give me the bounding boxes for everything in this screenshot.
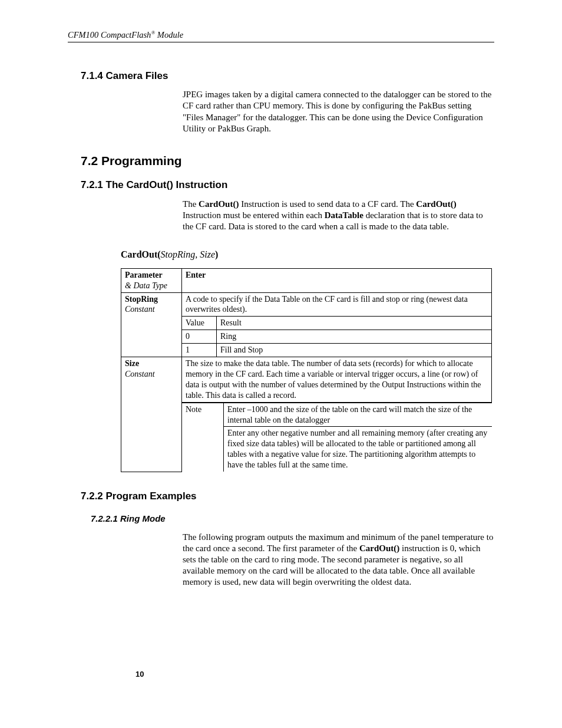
th-value: Value [182, 317, 217, 330]
syntax-args: StopRing, Size [161, 249, 215, 259]
text: Instruction is used to send data to a CF… [239, 199, 416, 209]
label: & Data Type [125, 281, 167, 290]
note1-text: Enter –1000 and the size of the table on… [224, 403, 492, 426]
page-number: 10 [135, 670, 144, 680]
th-result: Result [217, 317, 492, 330]
cell-size-desc: The size to make the data table. The num… [182, 357, 492, 403]
cardout-bold: CardOut() [199, 199, 239, 209]
parameter-table: Parameter & Data Type Enter StopRing Con… [121, 268, 492, 472]
cell-stopring-name: StopRing Constant [121, 292, 182, 357]
note-spacer [182, 427, 224, 472]
cardout-bold: CardOut() [359, 543, 399, 553]
para-7-2-1: The CardOut() Instruction is used to sen… [183, 199, 494, 233]
cell-result-ring: Ring [217, 330, 492, 344]
label: StopRing [125, 295, 158, 304]
cell-value-1: 1 [182, 344, 217, 357]
note2-text: Enter any other negative number and all … [224, 427, 492, 472]
heading-7-2-1: 7.2.1 The CardOut() Instruction [81, 179, 494, 192]
cell-stopring-desc: A code to specify if the Data Table on t… [182, 292, 492, 317]
th-enter: Enter [182, 268, 492, 292]
th-parameter: Parameter & Data Type [121, 268, 182, 292]
label: Parameter [125, 271, 163, 279]
para-7-2-2-1: The following program outputs the maximu… [183, 532, 494, 588]
header-product: CFM100 CompactFlash [68, 30, 151, 39]
page-header: CFM100 CompactFlash® Module [68, 29, 494, 42]
syntax-close: ) [215, 249, 218, 259]
cell-size-name: Size Constant [121, 357, 182, 472]
heading-7-2-2: 7.2.2 Program Examples [81, 490, 494, 503]
text: Instruction must be entered within each [183, 210, 325, 220]
para-7-1-4: JPEG images taken by a digital camera co… [183, 89, 494, 134]
cell-size-note1: Note Enter –1000 and the size of the tab… [182, 402, 492, 426]
note-label: Note [182, 403, 224, 426]
heading-7-1-4: 7.1.4 Camera Files [81, 70, 494, 83]
header-suffix: Module [155, 30, 183, 39]
label: Size [125, 359, 139, 368]
syntax-fn: CardOut( [121, 249, 161, 259]
datatable-bold: DataTable [325, 210, 363, 220]
cardout-bold: CardOut() [416, 199, 456, 209]
cell-size-note2: Enter any other negative number and all … [182, 426, 492, 472]
syntax-line: CardOut(StopRing, Size) [121, 249, 494, 261]
text: The [183, 199, 199, 209]
label: Constant [125, 305, 155, 314]
heading-7-2: 7.2 Programming [81, 153, 494, 169]
heading-7-2-2-1: 7.2.2.1 Ring Mode [91, 513, 494, 524]
cell-result-fillstop: Fill and Stop [217, 344, 492, 357]
cell-value-0: 0 [182, 330, 217, 344]
label: Constant [125, 370, 155, 378]
